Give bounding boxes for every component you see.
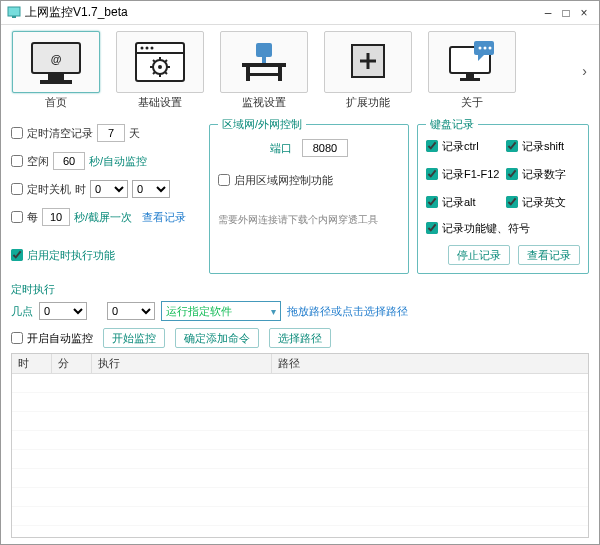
svg-point-12 (158, 65, 162, 69)
svg-rect-4 (40, 80, 72, 84)
svg-rect-26 (246, 73, 282, 76)
tab-monitor-label: 监视设置 (242, 95, 286, 110)
shutdown-checkbox[interactable] (11, 183, 23, 195)
svg-point-35 (479, 47, 482, 50)
chevron-down-icon: ▾ (271, 306, 276, 317)
table-body[interactable] (12, 374, 588, 537)
every-label: 每 (27, 210, 38, 225)
record-ctrl-label: 记录ctrl (442, 139, 479, 154)
hour-label: 时 (75, 182, 86, 197)
screenshot-checkbox[interactable] (11, 211, 23, 223)
svg-line-17 (153, 60, 155, 62)
record-ctrl-checkbox[interactable] (426, 140, 438, 152)
maximize-button[interactable]: □ (557, 6, 575, 20)
enable-lan-label: 启用区域网控制功能 (234, 173, 333, 188)
shutdown-min-select[interactable]: 0 (132, 180, 170, 198)
enable-scheduled-checkbox[interactable] (11, 249, 23, 261)
choose-path-button[interactable]: 选择路径 (269, 328, 331, 348)
record-english-checkbox[interactable] (506, 196, 518, 208)
close-button[interactable]: × (575, 6, 593, 20)
desk-icon (220, 31, 308, 93)
svg-line-19 (165, 60, 167, 62)
shutdown-hour-select[interactable]: 0 (90, 180, 128, 198)
add-command-button[interactable]: 确定添加命令 (175, 328, 259, 348)
col-path[interactable]: 路径 (272, 354, 588, 373)
clear-records-checkbox[interactable] (11, 127, 23, 139)
col-min[interactable]: 分 (52, 354, 92, 373)
port-label: 端口 (270, 141, 292, 156)
tab-monitor-settings[interactable]: 监视设置 (217, 31, 311, 110)
tab-extensions[interactable]: 扩展功能 (321, 31, 415, 110)
svg-text:@: @ (51, 53, 62, 65)
clear-days-input[interactable] (97, 124, 125, 142)
view-records-link[interactable]: 查看记录 (142, 210, 186, 225)
record-f-keys-label: 记录F1-F12 (442, 167, 499, 182)
shutdown-label: 定时关机 (27, 182, 71, 197)
view-record-button[interactable]: 查看记录 (518, 245, 580, 265)
schedule-title: 定时执行 (11, 282, 589, 297)
svg-point-10 (151, 47, 154, 50)
record-digits-label: 记录数字 (522, 167, 566, 182)
settings-window-icon (116, 31, 204, 93)
keyboard-groupbox: 键盘记录 记录ctrl 记录shift 记录F1-F12 记录数字 记录alt … (417, 124, 589, 274)
record-fnkeys-label: 记录功能键、符号 (442, 221, 530, 236)
record-english-label: 记录英文 (522, 195, 566, 210)
tab-home[interactable]: @ 首页 (9, 31, 103, 110)
plus-icon (324, 31, 412, 93)
record-alt-checkbox[interactable] (426, 196, 438, 208)
chat-monitor-icon (428, 31, 516, 93)
svg-rect-21 (256, 43, 272, 57)
tab-basic-settings[interactable]: 基础设置 (113, 31, 207, 110)
minimize-button[interactable]: – (539, 6, 557, 20)
tab-ext-label: 扩展功能 (346, 95, 390, 110)
svg-rect-0 (8, 7, 20, 16)
window-title: 上网监控V1.7_beta (25, 4, 539, 21)
tab-about-label: 关于 (461, 95, 483, 110)
toolbar: @ 首页 基础设置 监视设置 扩展功能 关于 (1, 25, 599, 116)
svg-line-18 (165, 72, 167, 74)
titlebar: 上网监控V1.7_beta – □ × (1, 1, 599, 25)
action-combo-label: 运行指定软件 (166, 304, 232, 319)
svg-line-20 (153, 72, 155, 74)
enable-lan-checkbox[interactable] (218, 174, 230, 186)
path-hint: 拖放路径或点击选择路径 (287, 304, 408, 319)
screenshot-interval-input[interactable] (42, 208, 70, 226)
app-icon (7, 6, 21, 20)
app-window: 上网监控V1.7_beta – □ × @ 首页 基础设置 监视设置 (0, 0, 600, 545)
record-shift-checkbox[interactable] (506, 140, 518, 152)
chevron-right-icon[interactable]: › (582, 63, 587, 79)
col-action[interactable]: 执行 (92, 354, 272, 373)
start-monitor-button[interactable]: 开始监控 (103, 328, 165, 348)
lan-groupbox: 区域网/外网控制 端口 启用区域网控制功能 需要外网连接请下载个内网穿透工具 (209, 124, 409, 274)
svg-rect-22 (262, 57, 266, 63)
tab-home-label: 首页 (45, 95, 67, 110)
svg-point-37 (489, 47, 492, 50)
svg-rect-32 (460, 78, 480, 81)
action-combo[interactable]: 运行指定软件 ▾ (161, 301, 281, 321)
idle-seconds-input[interactable] (53, 152, 85, 170)
tab-about[interactable]: 关于 (425, 31, 519, 110)
top-panels: 定时清空记录 天 空闲 秒/自动监控 定时关机 时 0 0 (11, 118, 589, 274)
col-hour[interactable]: 时 (12, 354, 52, 373)
clear-records-label: 定时清空记录 (27, 126, 93, 141)
table-header: 时 分 执行 路径 (12, 354, 588, 374)
idle-checkbox[interactable] (11, 155, 23, 167)
svg-point-9 (146, 47, 149, 50)
at-label: 几点 (11, 304, 33, 319)
idle-label: 空闲 (27, 154, 49, 169)
record-digits-checkbox[interactable] (506, 168, 518, 180)
home-icon: @ (12, 31, 100, 93)
record-fnkeys-checkbox[interactable] (426, 222, 438, 234)
enable-scheduled-label: 启用定时执行功能 (27, 248, 115, 263)
svg-rect-1 (12, 16, 16, 18)
port-input[interactable] (302, 139, 348, 157)
auto-monitor-checkbox[interactable] (11, 332, 23, 344)
stop-record-button[interactable]: 停止记录 (448, 245, 510, 265)
sched-min-select[interactable]: 0 (107, 302, 155, 320)
sched-hour-select[interactable]: 0 (39, 302, 87, 320)
record-f-keys-checkbox[interactable] (426, 168, 438, 180)
every-unit-label: 秒/截屏一次 (74, 210, 132, 225)
tab-basic-label: 基础设置 (138, 95, 182, 110)
schedule-table: 时 分 执行 路径 (11, 353, 589, 538)
content-area: 定时清空记录 天 空闲 秒/自动监控 定时关机 时 0 0 (1, 116, 599, 544)
